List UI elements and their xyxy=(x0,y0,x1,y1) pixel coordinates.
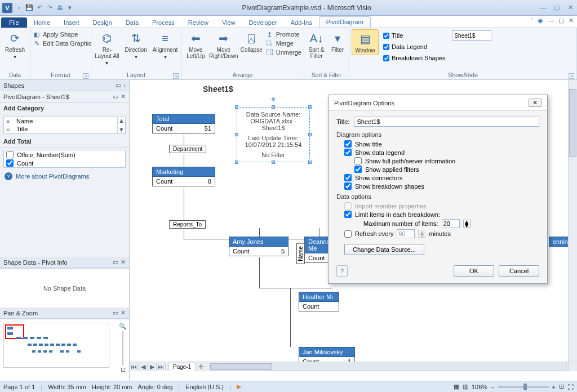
pivot-node-amy[interactable]: Amy Jones Count5 xyxy=(229,237,288,256)
panzoom-dock-icon[interactable]: ▭ xyxy=(113,309,118,317)
shapes-more-icon[interactable]: ‹ xyxy=(123,82,126,89)
panzoom-body[interactable]: 🔍 ⊡ xyxy=(0,319,129,381)
showhide-launcher-icon[interactable]: ↘ xyxy=(569,73,574,79)
win-min-icon[interactable]: — xyxy=(548,17,554,24)
macro-record-icon[interactable]: ▶ xyxy=(237,383,241,390)
help-icon[interactable]: ◉ xyxy=(538,17,543,24)
page-tab[interactable]: Page-1 xyxy=(168,363,196,371)
fit-page-icon[interactable]: ⊡ xyxy=(559,383,564,390)
list-item[interactable]: Count xyxy=(4,159,125,167)
breakdown-department[interactable]: Department xyxy=(169,145,206,153)
win-restore-icon[interactable]: ▢ xyxy=(558,17,564,24)
rotate-handle[interactable] xyxy=(272,97,275,101)
ribbon-minimize-icon[interactable]: ˇ xyxy=(531,17,533,24)
panzoom-thumbnail[interactable] xyxy=(3,323,109,368)
maximize-icon[interactable]: ▢ xyxy=(552,4,561,11)
pivot-close-icon[interactable]: ✕ xyxy=(121,93,126,100)
pivot-node-total[interactable]: Total Count51 xyxy=(152,114,215,133)
spinner-icon[interactable]: ▲▼ xyxy=(463,220,471,228)
total-list[interactable]: Office_Number(Sum) Count xyxy=(3,150,126,168)
horizontal-scrollbar[interactable] xyxy=(210,363,567,371)
scroll-up-icon[interactable]: ▲ xyxy=(118,117,125,124)
max-items-input[interactable] xyxy=(442,219,460,228)
tab-review[interactable]: Review xyxy=(181,17,215,28)
panzoom-close-icon[interactable]: ✕ xyxy=(121,309,126,317)
dialog-close-button[interactable]: ✕ xyxy=(529,99,542,107)
list-item[interactable]: Office_Number(Sum) xyxy=(4,150,125,159)
show-title-check[interactable]: Title xyxy=(383,30,445,41)
show-legend-check[interactable]: Data Legend xyxy=(383,42,445,52)
view-page-icon[interactable]: ▥ xyxy=(463,383,468,390)
tab-insert[interactable]: Insert xyxy=(57,17,86,28)
breakdown-name[interactable]: Name xyxy=(296,243,305,264)
move-left-button[interactable]: ⬅Move Left/Up xyxy=(184,29,208,60)
tab-addins[interactable]: Add-Ins xyxy=(284,17,319,28)
shapedata-close-icon[interactable]: ✕ xyxy=(121,259,126,266)
scroll-down-icon[interactable]: ▼ xyxy=(118,126,125,133)
change-data-source-button[interactable]: Change Data Source... xyxy=(344,244,424,255)
qat-undo-icon[interactable]: ↶ xyxy=(35,3,44,12)
tab-home[interactable]: Home xyxy=(27,17,57,28)
vertical-scrollbar[interactable] xyxy=(568,80,577,362)
qat-redo-icon[interactable]: ↷ xyxy=(45,3,54,12)
filter-button[interactable]: ▾Filter xyxy=(329,29,347,54)
breakdown-reportsto[interactable]: Reports_To xyxy=(169,220,206,229)
minimize-icon[interactable]: — xyxy=(539,4,548,11)
opt-show-legend[interactable]: Show data legend xyxy=(344,149,539,156)
more-about-link[interactable]: ?More about PivotDiagrams xyxy=(0,170,129,182)
name-box[interactable] xyxy=(452,30,491,41)
data-legend[interactable]: Data Source Name: ORGDATA.xlsx - Sheet1$… xyxy=(237,107,310,162)
show-breakdown-check[interactable]: Breakdown Shapes xyxy=(383,53,445,63)
list-item[interactable]: ≡Name xyxy=(4,117,125,125)
opt-show-connectors[interactable]: Show connectors xyxy=(344,174,539,181)
pivot-node-heather[interactable]: Heather Mi Count xyxy=(299,292,339,311)
refresh-button[interactable]: ⟳ Refresh▾ xyxy=(2,29,28,61)
tab-design[interactable]: Design xyxy=(86,17,119,28)
opt-limit-items[interactable]: Limit items in each breakdown: xyxy=(344,211,539,218)
ok-button[interactable]: OK xyxy=(454,265,494,277)
pivot-dock-icon[interactable]: ▭ xyxy=(113,93,118,100)
cancel-button[interactable]: Cancel xyxy=(499,265,539,277)
unmerge-button[interactable]: ⿹Unmerge xyxy=(266,48,301,56)
tab-pivotdiagram[interactable]: PivotDiagram xyxy=(319,16,371,28)
nav-first-icon[interactable]: ⏮ xyxy=(130,363,139,370)
shapes-dock-icon[interactable]: ▭ xyxy=(116,82,121,89)
pivot-node-marketing[interactable]: Marketing Count8 xyxy=(152,167,215,186)
tab-file[interactable]: File xyxy=(1,17,27,28)
title-input[interactable] xyxy=(354,117,539,127)
nav-prev-icon[interactable]: ◀ xyxy=(139,363,148,371)
alignment-button[interactable]: ≡Alignment▾ xyxy=(152,29,179,61)
win-close-icon[interactable]: ✕ xyxy=(569,17,574,24)
opt-show-breakdown[interactable]: Show breakdown shapes xyxy=(344,182,539,190)
qat-new-icon[interactable]: ▫ xyxy=(15,3,24,12)
tab-process[interactable]: Process xyxy=(145,17,181,28)
tab-data[interactable]: Data xyxy=(119,17,145,28)
zoom-fit-icon[interactable]: ⊡ xyxy=(121,366,126,373)
merge-button[interactable]: ⿻Merge xyxy=(266,39,301,47)
promote-button[interactable]: ↥Promote xyxy=(266,30,301,38)
category-list[interactable]: ≡Name ≡Title ▲▼ xyxy=(3,117,126,133)
collapse-button[interactable]: ⍓Collapse xyxy=(239,29,264,54)
shapedata-dock-icon[interactable]: ▭ xyxy=(113,259,118,266)
opt-show-fullpath[interactable]: Show full path/server information xyxy=(354,157,539,164)
fullscreen-icon[interactable]: ⛶ xyxy=(567,384,574,390)
layout-launcher-icon[interactable]: ↘ xyxy=(173,73,179,79)
qat-print-icon[interactable]: 🖶 xyxy=(55,3,64,12)
zoom-out-icon[interactable]: − xyxy=(491,384,494,390)
tab-view[interactable]: View xyxy=(215,17,242,28)
zoom-in-icon[interactable]: + xyxy=(552,384,556,390)
direction-button[interactable]: ⇅Direction▾ xyxy=(123,29,150,61)
qat-more-icon[interactable]: ▾ xyxy=(65,3,74,12)
edit-data-graphic-button[interactable]: ✎Edit Data Graphic xyxy=(33,39,92,47)
relayout-button[interactable]: ⌬Re-Layout All▾ xyxy=(94,29,121,67)
qat-save-icon[interactable]: 💾 xyxy=(25,3,34,12)
list-item[interactable]: ≡Title xyxy=(4,125,125,133)
opt-show-title[interactable]: Show title xyxy=(344,140,539,148)
move-right-button[interactable]: ➡Move Right/Down xyxy=(210,29,237,60)
nav-last-icon[interactable]: ⏭ xyxy=(157,363,166,370)
close-icon[interactable]: ✕ xyxy=(566,4,575,11)
format-launcher-icon[interactable]: ↘ xyxy=(83,73,88,79)
status-zoom[interactable]: 106% xyxy=(472,384,487,390)
opt-refresh-every[interactable]: Refresh every ▲▼ minutes xyxy=(344,229,539,238)
zoom-slider[interactable] xyxy=(498,386,549,388)
